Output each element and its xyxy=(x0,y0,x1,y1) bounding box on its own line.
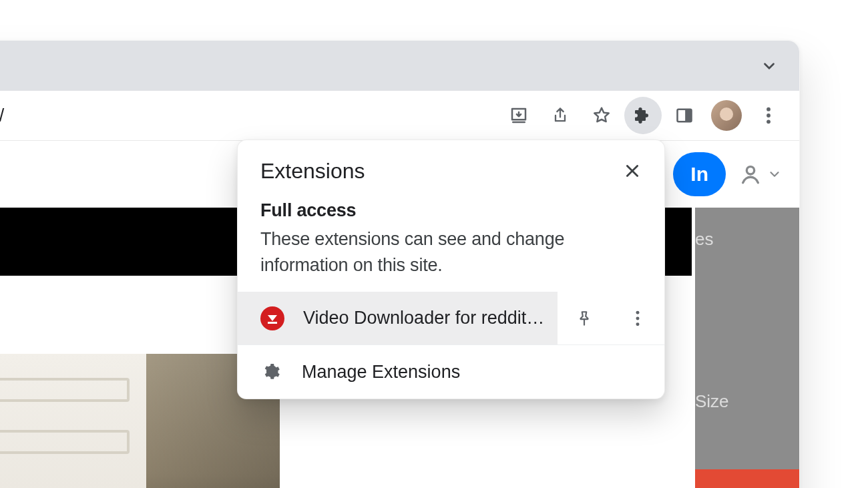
extension-item[interactable]: Video Downloader for reddit… xyxy=(238,292,558,344)
gear-icon xyxy=(259,362,283,381)
pin-icon xyxy=(576,310,593,327)
extensions-popover: Extensions Full access These extensions … xyxy=(237,140,665,399)
address-bar-text: oa/gizmo_doing_battle_with_his_archnemes… xyxy=(0,105,4,126)
extension-name: Video Downloader for reddit… xyxy=(303,308,544,328)
browser-toolbar: oa/gizmo_doing_battle_with_his_archnemes… xyxy=(0,91,799,141)
sidepanel-button[interactable] xyxy=(666,97,703,134)
svg-point-6 xyxy=(636,311,640,314)
kebab-icon xyxy=(635,310,640,327)
profile-avatar-button[interactable] xyxy=(711,100,742,131)
extensions-button[interactable] xyxy=(624,97,662,134)
svg-point-8 xyxy=(636,322,640,326)
sidebar-text-1: es xyxy=(695,229,713,250)
sidepanel-icon xyxy=(675,106,694,125)
right-rail-overlay: es Size xyxy=(695,208,800,488)
pin-extension-button[interactable] xyxy=(558,292,611,345)
manage-extensions-label: Manage Extensions xyxy=(302,362,460,383)
popover-close-button[interactable] xyxy=(619,158,646,184)
popover-title: Extensions xyxy=(260,159,365,184)
sidebar-text-2: Size xyxy=(695,391,729,412)
share-icon xyxy=(551,106,570,125)
popover-section-body: These extensions can see and change info… xyxy=(260,226,638,278)
svg-point-7 xyxy=(636,316,640,320)
svg-point-2 xyxy=(767,107,771,111)
chevron-down-icon xyxy=(761,57,778,75)
download-page-button[interactable] xyxy=(500,97,537,134)
extension-row: Video Downloader for reddit… xyxy=(238,292,664,345)
svg-point-4 xyxy=(767,119,771,124)
svg-point-3 xyxy=(767,113,771,117)
share-button[interactable] xyxy=(541,97,579,134)
sidebar-accent xyxy=(695,469,800,488)
star-icon xyxy=(592,105,612,126)
bookmark-button[interactable] xyxy=(583,97,620,134)
extension-options-button[interactable] xyxy=(611,292,664,345)
chevron-down-icon xyxy=(767,167,782,182)
puzzle-icon xyxy=(632,105,654,126)
user-dropdown[interactable] xyxy=(739,163,782,186)
toolbar-actions xyxy=(500,97,787,134)
extension-icon xyxy=(260,306,284,330)
svg-point-5 xyxy=(746,167,754,174)
tab-search-button[interactable] xyxy=(755,52,783,80)
install-icon xyxy=(509,105,529,126)
kebab-icon xyxy=(766,106,771,125)
address-bar[interactable]: oa/gizmo_doing_battle_with_his_archnemes… xyxy=(0,95,500,136)
chrome-menu-button[interactable] xyxy=(750,97,787,134)
manage-extensions-row[interactable]: Manage Extensions xyxy=(238,345,664,399)
close-icon xyxy=(624,162,641,180)
person-icon xyxy=(739,163,762,186)
svg-rect-1 xyxy=(685,109,691,122)
tab-strip xyxy=(0,41,799,91)
popover-section: Full access These extensions can see and… xyxy=(238,187,664,284)
popover-section-heading: Full access xyxy=(260,200,638,221)
login-button[interactable]: In xyxy=(673,152,726,196)
